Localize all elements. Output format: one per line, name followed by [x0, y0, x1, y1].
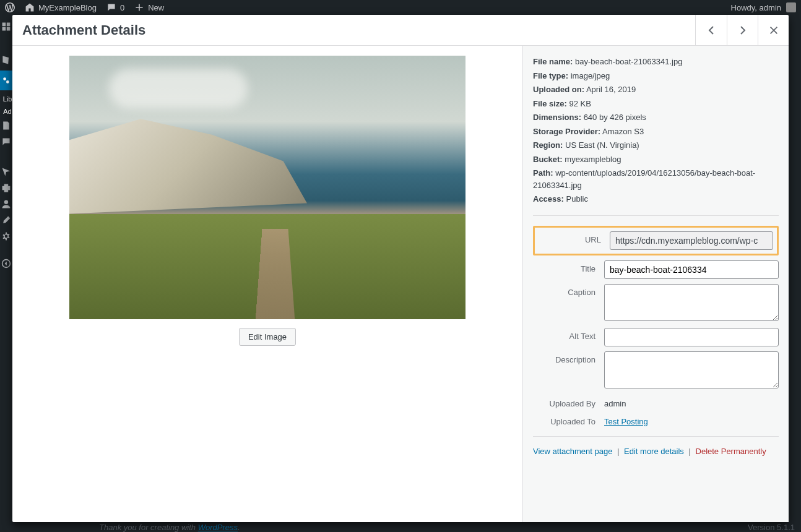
attachment-preview-image — [69, 56, 465, 319]
description-input[interactable] — [604, 351, 779, 388]
avatar — [786, 2, 796, 12]
svg-point-2 — [4, 200, 8, 204]
edit-more-details-link[interactable]: Edit more details — [624, 447, 684, 456]
view-attachment-page-link[interactable]: View attachment page — [533, 447, 612, 456]
comment-icon — [106, 2, 116, 12]
meta-uploadedon: Uploaded on: April 16, 2019 — [533, 84, 779, 96]
uploaded-to-link[interactable]: Test Posting — [604, 417, 648, 426]
description-label: Description — [533, 351, 604, 364]
details-pane: File name: bay-beach-boat-21063341.jpg F… — [522, 46, 789, 522]
uploaded-by-value: admin — [604, 395, 779, 408]
title-input[interactable] — [604, 260, 779, 279]
caption-input[interactable] — [604, 284, 779, 321]
url-label: URL — [539, 231, 610, 244]
svg-point-1 — [6, 80, 9, 84]
url-input[interactable] — [610, 231, 773, 250]
uploaded-by-label: Uploaded By — [533, 395, 604, 408]
meta-storage: Storage Provider: Amazon S3 — [533, 126, 779, 138]
caption-label: Caption — [533, 284, 604, 297]
new-label: New — [148, 3, 164, 12]
account-link[interactable]: Howdy, admin — [731, 2, 796, 12]
title-label: Title — [533, 260, 604, 273]
home-icon — [25, 2, 35, 12]
attachment-details-modal: Attachment Details Edit Image — [12, 15, 789, 522]
comments-link[interactable]: 0 — [106, 2, 124, 12]
edit-image-button[interactable]: Edit Image — [239, 328, 296, 346]
divider — [533, 215, 779, 216]
tools-menu[interactable] — [1, 215, 12, 226]
meta-region: Region: US East (N. Virginia) — [533, 139, 779, 152]
meta-bucket: Bucket: myexampleblog — [533, 153, 779, 166]
chevron-right-icon — [737, 24, 749, 36]
admin-bar: MyExampleBlog 0 New Howdy, admin — [0, 0, 801, 15]
next-button[interactable] — [727, 15, 758, 46]
uploaded-to-label: Uploaded To — [533, 413, 604, 426]
wp-logo-icon[interactable] — [5, 2, 15, 12]
plus-icon — [134, 2, 144, 12]
meta-access: Access: Public — [533, 193, 779, 205]
new-content-link[interactable]: New — [134, 2, 164, 12]
close-button[interactable] — [758, 15, 789, 46]
site-name: MyExampleBlog — [38, 3, 97, 12]
collapse-menu[interactable] — [1, 258, 12, 269]
plugins-menu[interactable] — [1, 182, 12, 194]
prev-button[interactable] — [696, 15, 727, 46]
howdy-text: Howdy, admin — [731, 3, 781, 12]
media-menu[interactable] — [0, 71, 12, 90]
media-lib-label: Lib — [1, 95, 12, 103]
version-text: Version 5.1.1 — [748, 523, 795, 532]
comments-menu[interactable] — [1, 136, 12, 147]
comment-count: 0 — [120, 3, 124, 12]
site-home-link[interactable]: MyExampleBlog — [25, 2, 97, 12]
action-links: View attachment page | Edit more details… — [533, 447, 779, 456]
preview-pane: Edit Image — [12, 46, 522, 522]
delete-permanently-link[interactable]: Delete Permanently — [696, 447, 766, 456]
dashboard-menu[interactable] — [1, 21, 12, 32]
meta-dimensions: Dimensions: 640 by 426 pixels — [533, 111, 779, 124]
alt-text-label: Alt Text — [533, 328, 604, 341]
divider — [533, 436, 779, 437]
meta-path: Path: wp-content/uploads/2019/04/1621305… — [533, 167, 779, 191]
meta-filesize: File size: 92 KB — [533, 98, 779, 110]
admin-footer: Thank you for creating with WordPress. V… — [99, 522, 795, 532]
pages-menu[interactable] — [1, 120, 12, 131]
alt-text-input[interactable] — [604, 328, 779, 346]
url-field-highlight: URL — [533, 226, 779, 255]
posts-menu[interactable] — [1, 54, 12, 66]
users-menu[interactable] — [1, 199, 12, 210]
media-add-label: Ad — [1, 108, 11, 115]
appearance-menu[interactable] — [1, 166, 12, 178]
modal-header: Attachment Details — [12, 15, 789, 46]
modal-title: Attachment Details — [12, 22, 145, 38]
chevron-left-icon — [705, 24, 717, 36]
meta-filetype: File type: image/jpeg — [533, 70, 779, 82]
settings-menu[interactable] — [1, 231, 12, 242]
wordpress-link[interactable]: WordPress — [198, 523, 238, 532]
admin-sidebar: Lib Ad — [0, 15, 12, 532]
svg-point-0 — [3, 77, 6, 80]
meta-filename: File name: bay-beach-boat-21063341.jpg — [533, 56, 779, 68]
close-icon — [768, 25, 779, 36]
